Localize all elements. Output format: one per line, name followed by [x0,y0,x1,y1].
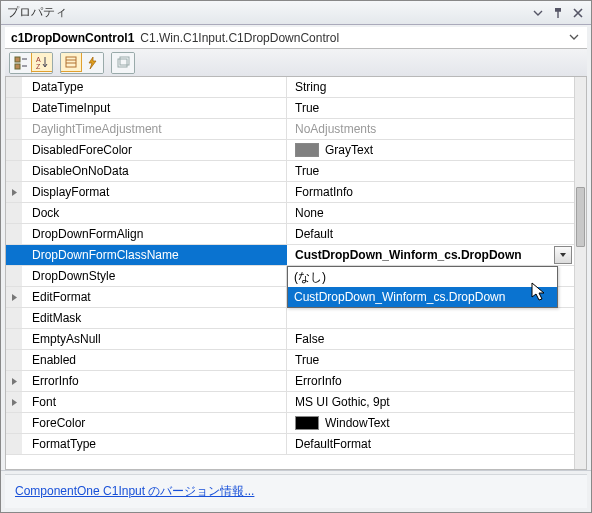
property-name: DaylightTimeAdjustment [22,119,287,139]
property-value[interactable]: True [287,350,574,370]
expand-gutter[interactable] [6,392,22,412]
property-row[interactable]: DaylightTimeAdjustmentNoAdjustments [6,119,574,140]
expand-gutter [6,98,22,118]
svg-rect-11 [120,57,129,65]
property-value[interactable]: String [287,77,574,97]
property-row[interactable]: DisabledForeColorGrayText [6,140,574,161]
property-name: Font [22,392,287,412]
expand-gutter [6,329,22,349]
property-value[interactable]: MS UI Gothic, 9pt [287,392,574,412]
svg-text:Z: Z [36,63,41,69]
property-value-text: False [295,332,324,346]
toolbar: AZ [5,49,587,77]
property-value[interactable]: FormatInfo [287,182,574,202]
svg-rect-0 [555,8,561,11]
property-row[interactable]: FontMS UI Gothic, 9pt [6,392,574,413]
expand-gutter [6,266,22,286]
categorized-button[interactable] [10,53,32,73]
property-row[interactable]: EditMask [6,308,574,329]
property-value-text: None [295,206,324,220]
property-value[interactable]: CustDropDown_Winform_cs.DropDown [287,245,574,265]
property-value[interactable]: ErrorInfo [287,371,574,391]
expand-gutter [6,350,22,370]
property-name: DropDownStyle [22,266,287,286]
property-value-text: True [295,353,319,367]
property-name: EditMask [22,308,287,328]
expand-gutter [6,140,22,160]
expand-gutter [6,119,22,139]
dropdown-option[interactable]: CustDropDown_Winform_cs.DropDown [288,287,557,307]
property-name: Dock [22,203,287,223]
expand-gutter [6,77,22,97]
dropdown-popup: (なし)CustDropDown_Winform_cs.DropDown [287,266,558,308]
property-row[interactable]: DisplayFormatFormatInfo [6,182,574,203]
vertical-scrollbar[interactable] [574,77,586,469]
footer-link-area: ComponentOne C1Input のバージョン情報... [5,474,587,508]
property-grid: DataTypeStringDateTimeInputTrueDaylightT… [5,77,587,470]
expand-gutter[interactable] [6,287,22,307]
property-value-text: DefaultFormat [295,437,371,451]
property-row[interactable]: EnabledTrue [6,350,574,371]
component-selector[interactable]: c1DropDownControl1 C1.Win.C1Input.C1Drop… [5,27,587,49]
property-row[interactable]: DateTimeInputTrue [6,98,574,119]
property-value-text: ErrorInfo [295,374,342,388]
property-value-text: FormatInfo [295,185,353,199]
svg-rect-7 [66,57,76,67]
property-row[interactable]: DataTypeString [6,77,574,98]
svg-rect-2 [15,64,20,69]
property-value[interactable]: True [287,161,574,181]
property-name: DisabledForeColor [22,140,287,160]
property-name: Enabled [22,350,287,370]
property-value-text: MS UI Gothic, 9pt [295,395,390,409]
property-value[interactable]: Default [287,224,574,244]
scroll-thumb[interactable] [576,187,585,247]
titlebar: プロパティ [1,1,591,25]
property-name: ErrorInfo [22,371,287,391]
color-swatch [295,416,319,430]
properties-button[interactable] [60,52,82,72]
property-row[interactable]: DropDownFormAlignDefault [6,224,574,245]
property-value[interactable]: True [287,98,574,118]
alphabetical-button[interactable]: AZ [31,52,53,72]
property-value[interactable]: WindowText [287,413,574,433]
svg-rect-10 [118,59,127,67]
property-value[interactable]: None [287,203,574,223]
chevron-down-icon [567,31,581,45]
property-name: DataType [22,77,287,97]
properties-window: プロパティ c1DropDownControl1 C1.Win.C1Input.… [0,0,592,513]
expand-gutter[interactable] [6,371,22,391]
dropdown-position-icon[interactable] [531,6,545,20]
events-button[interactable] [81,53,103,73]
property-value[interactable] [287,308,574,328]
property-row[interactable]: ErrorInfoErrorInfo [6,371,574,392]
property-row[interactable]: ForeColorWindowText [6,413,574,434]
expand-gutter [6,434,22,454]
property-row[interactable]: DisableOnNoDataTrue [6,161,574,182]
property-value[interactable]: NoAdjustments [287,119,574,139]
sort-group: AZ [9,52,53,74]
property-value[interactable]: False [287,329,574,349]
property-row[interactable]: DropDownFormClassNameCustDropDown_Winfor… [6,245,574,266]
property-row[interactable]: EmptyAsNullFalse [6,329,574,350]
expand-gutter [6,308,22,328]
property-value[interactable]: GrayText [287,140,574,160]
property-value-text: WindowText [325,416,390,430]
property-pages-button[interactable] [112,53,134,73]
expand-gutter [6,224,22,244]
component-name: c1DropDownControl1 [11,31,134,45]
expand-gutter[interactable] [6,182,22,202]
window-title: プロパティ [7,4,531,21]
color-swatch [295,143,319,157]
close-icon[interactable] [571,6,585,20]
dropdown-option[interactable]: (なし) [288,267,557,287]
property-value[interactable]: DefaultFormat [287,434,574,454]
version-info-link[interactable]: ComponentOne C1Input のバージョン情報... [15,484,254,498]
property-value-text: GrayText [325,143,373,157]
property-name: ForeColor [22,413,287,433]
property-row[interactable]: FormatTypeDefaultFormat [6,434,574,455]
property-name: DateTimeInput [22,98,287,118]
pin-icon[interactable] [551,6,565,20]
expand-gutter [6,203,22,223]
property-row[interactable]: DockNone [6,203,574,224]
dropdown-button[interactable] [554,246,572,264]
